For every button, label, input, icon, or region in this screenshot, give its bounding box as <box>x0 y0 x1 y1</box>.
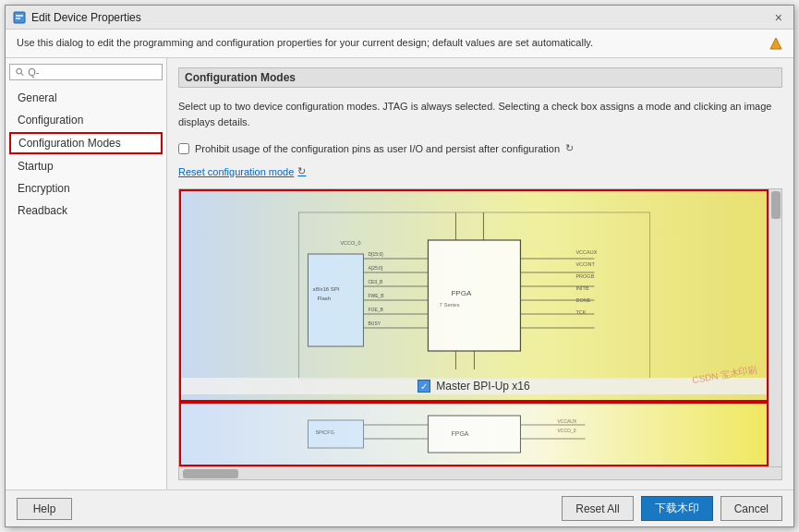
dialog-description: Use this dialog to edit the programming … <box>6 30 793 58</box>
sidebar-item-encryption[interactable]: Encryption <box>9 178 163 199</box>
h-scrollbar-thumb[interactable] <box>183 469 238 478</box>
svg-text:D[15:0]: D[15:0] <box>368 251 383 257</box>
cancel-button[interactable]: Cancel <box>720 496 782 521</box>
svg-text:DONE: DONE <box>575 297 590 303</box>
image-inner: FPGA 7 Series <box>181 191 767 400</box>
ok-button[interactable]: 下载木印 <box>641 496 713 521</box>
footer-right: Reset All 下载木印 Cancel <box>562 496 782 521</box>
svg-text:x8/x16 SPI: x8/x16 SPI <box>312 286 339 292</box>
search-input[interactable] <box>28 66 156 78</box>
sidebar-item-configuration[interactable]: Configuration <box>9 110 163 130</box>
search-box[interactable] <box>9 64 163 80</box>
dialog-title: Edit Device Properties <box>31 11 141 24</box>
sidebar: General Configuration Configuration Mode… <box>6 58 167 490</box>
titlebar-left: Edit Device Properties <box>13 11 141 24</box>
svg-text:FPGA: FPGA <box>451 289 471 297</box>
image-label: Master BPI-Up x16 <box>436 380 529 393</box>
svg-rect-42 <box>428 416 520 453</box>
second-schematic: FPGA SPICFG VCCAUX VCCO_0 <box>225 406 723 462</box>
svg-marker-3 <box>770 38 781 49</box>
svg-rect-0 <box>14 12 25 23</box>
svg-text:TCK: TCK <box>575 309 586 315</box>
svg-line-5 <box>21 73 23 75</box>
horizontal-scrollbar[interactable] <box>179 466 781 479</box>
prohibit-checkbox[interactable] <box>178 143 189 154</box>
prohibit-checkbox-row: Prohibit usage of the configuration pins… <box>178 142 782 154</box>
sidebar-item-general[interactable]: General <box>9 88 163 108</box>
svg-text:BUSY: BUSY <box>368 320 381 326</box>
search-icon <box>16 67 24 77</box>
dialog-body: General Configuration Configuration Mode… <box>6 58 793 490</box>
svg-rect-7 <box>428 240 520 351</box>
svg-text:A[25:0]: A[25:0] <box>368 265 382 271</box>
edit-device-properties-dialog: Edit Device Properties × Use this dialog… <box>5 5 794 527</box>
svg-text:CE0_B: CE0_B <box>368 279 383 284</box>
schematic-diagram: FPGA 7 Series <box>225 203 723 388</box>
refresh-icon[interactable]: ↻ <box>565 142 574 154</box>
svg-text:VCCAUX: VCCAUX <box>575 249 597 255</box>
svg-text:Flash: Flash <box>317 296 331 301</box>
sidebar-item-readback[interactable]: Readback <box>9 200 163 221</box>
images-scroll-area: FPGA 7 Series <box>178 188 782 480</box>
svg-text:FWE_B: FWE_B <box>368 293 384 298</box>
reset-label: Reset configuration mode <box>178 166 294 177</box>
dialog-icon <box>13 11 26 24</box>
main-content: Configuration Modes Select up to two dev… <box>167 58 793 490</box>
svg-text:FOE_B: FOE_B <box>368 307 383 312</box>
vertical-scrollbar[interactable] <box>769 189 781 466</box>
help-button[interactable]: Help <box>17 498 72 520</box>
svg-rect-22 <box>308 254 363 346</box>
svg-text:VCCAUX: VCCAUX <box>557 418 577 424</box>
main-image-area[interactable]: FPGA 7 Series <box>179 189 769 402</box>
sidebar-item-configuration-modes[interactable]: Configuration Modes <box>9 132 163 154</box>
svg-text:VCCO_0: VCCO_0 <box>557 428 575 433</box>
images-container: FPGA 7 Series <box>179 189 781 466</box>
svg-text:SPICFG: SPICFG <box>315 429 333 435</box>
mode-description: Select up to two device configuration mo… <box>178 99 782 129</box>
reset-refresh-icon[interactable]: ↻ <box>297 165 306 177</box>
svg-text:FPGA: FPGA <box>451 430 468 437</box>
sidebar-item-startup[interactable]: Startup <box>9 156 163 176</box>
prohibit-label: Prohibit usage of the configuration pins… <box>195 143 560 154</box>
dialog-footer: Help Reset All 下载木印 Cancel <box>6 490 793 526</box>
svg-text:7 Series: 7 Series <box>439 302 459 308</box>
scrollbar-thumb[interactable] <box>771 191 781 219</box>
svg-text:INITB: INITB <box>575 285 588 291</box>
footer-left: Help <box>17 498 72 520</box>
logo-icon <box>769 37 782 50</box>
second-image-strip[interactable]: FPGA SPICFG VCCAUX VCCO_0 <box>179 402 769 466</box>
image-label-row: ✓ Master BPI-Up x16 <box>181 378 767 394</box>
titlebar: Edit Device Properties × <box>6 6 793 30</box>
svg-text:VCCINT: VCCINT <box>575 261 595 267</box>
images-column: FPGA 7 Series <box>179 189 769 466</box>
mode-checkbox-checked[interactable]: ✓ <box>418 380 430 393</box>
reset-all-button[interactable]: Reset All <box>562 496 633 521</box>
section-title: Configuration Modes <box>178 67 782 88</box>
svg-text:VCCO_0: VCCO_0 <box>340 240 360 246</box>
reset-row[interactable]: Reset configuration mode ↻ <box>178 165 782 177</box>
svg-text:PROGB: PROGB <box>575 273 594 279</box>
close-button[interactable]: × <box>771 10 786 25</box>
svg-point-4 <box>17 68 21 73</box>
